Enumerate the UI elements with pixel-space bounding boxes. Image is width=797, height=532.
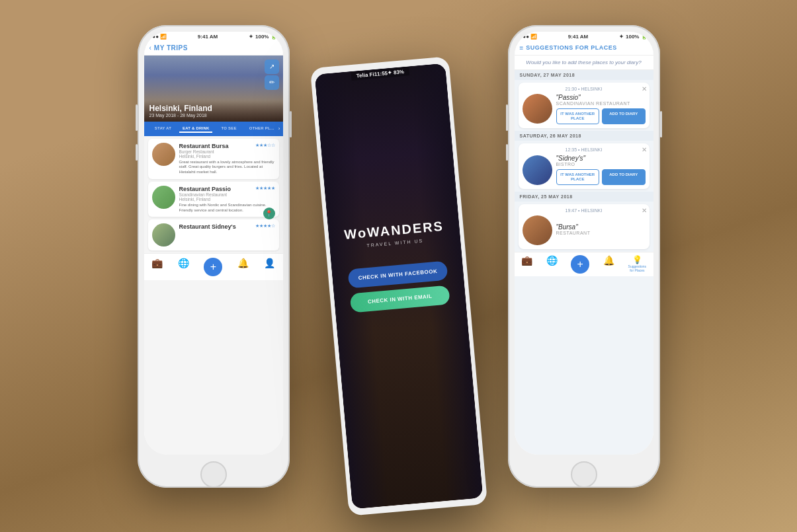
trip-dates: 23 May 2018 - 28 May 2018 bbox=[149, 113, 278, 118]
day-header-friday: FRIDAY, 25 MAY 2018 bbox=[515, 192, 653, 202]
sidneys-img-inner bbox=[523, 155, 552, 185]
back-button[interactable]: ‹ bbox=[149, 44, 151, 52]
carrier-text: Telia Fi bbox=[356, 71, 374, 79]
place-card-passio[interactable]: Restaurant Passio ★★★★★ Scandinavian Res… bbox=[148, 182, 279, 217]
bursa-time: 19:47 • HELSINKI bbox=[523, 208, 646, 213]
passio-content: "Passio" SCANDINAVIAN RESTAURANT IT WAS … bbox=[523, 94, 646, 124]
email-login-button[interactable]: CHECK IN WITH EMAIL bbox=[349, 285, 450, 313]
right-nav-suggestions[interactable]: 💡 Suggestionsfor Places bbox=[628, 255, 647, 274]
place-image bbox=[152, 143, 175, 166]
right-volume-2 bbox=[506, 144, 508, 161]
left-screen: ●●● 📶 9:41 AM ✦ 100% 🔋 ‹ MY TRIPS bbox=[144, 32, 283, 455]
add-icon[interactable]: + bbox=[571, 255, 589, 274]
place-image-3 bbox=[152, 223, 175, 247]
suggestions-icon: 💡 bbox=[632, 255, 642, 264]
bursa-image bbox=[523, 215, 552, 245]
phones-container: ●●● 📶 9:41 AM ✦ 100% 🔋 ‹ MY TRIPS bbox=[124, 9, 673, 524]
right-volume bbox=[506, 104, 508, 131]
right-battery-icon: 🔋 bbox=[641, 34, 648, 40]
gps-button[interactable]: 📍 bbox=[263, 208, 275, 219]
passio-img-inner bbox=[523, 94, 552, 124]
tab-other[interactable]: OTHER PL… bbox=[245, 125, 278, 133]
nav-add-button[interactable]: + bbox=[204, 258, 222, 276]
tab-stay-at[interactable]: STAY AT bbox=[147, 125, 180, 133]
left-phone: ●●● 📶 9:41 AM ✦ 100% 🔋 ‹ MY TRIPS bbox=[138, 25, 290, 488]
image-inner-3 bbox=[152, 223, 175, 247]
mid-screen-content: Telia Fi 11:55 ✦ 83% WoWANDERS bbox=[314, 63, 483, 509]
right-status-bar: ●●● 📶 9:41 AM ✦ 100% 🔋 bbox=[515, 32, 653, 41]
right-nav-briefcase[interactable]: 💼 bbox=[521, 255, 532, 274]
place-card-sidneys[interactable]: Restaurant Sidney's ★★★★☆ bbox=[148, 219, 279, 250]
sidneys-accept-btn[interactable]: ADD TO DIARY bbox=[602, 169, 646, 185]
close-sidneys[interactable]: ✕ bbox=[642, 146, 647, 153]
tabs-arrow[interactable]: › bbox=[278, 125, 280, 133]
facebook-login-button[interactable]: CHECK IN WITH FACEBOOK bbox=[347, 260, 448, 288]
logo-wanders: WANDERS bbox=[366, 218, 444, 239]
share-button[interactable]: ↗ bbox=[265, 59, 279, 74]
place-stars: ★★★☆☆ bbox=[255, 143, 275, 149]
left-screen-content: ●●● 📶 9:41 AM ✦ 100% 🔋 ‹ MY TRIPS bbox=[144, 32, 283, 455]
right-home-button[interactable] bbox=[571, 461, 597, 488]
close-passio[interactable]: ✕ bbox=[642, 85, 647, 93]
sidneys-content: "Sidney's" BISTRO IT WAS ANOTHER PLACE A… bbox=[523, 155, 646, 185]
place-location-2: Helsinki, Finland bbox=[179, 197, 275, 202]
suggestions-label: Suggestionsfor Places bbox=[628, 264, 647, 272]
nav-person[interactable]: 👤 bbox=[264, 258, 275, 276]
day-header-saturday: SATURDAY, 26 MAY 2018 bbox=[515, 131, 653, 141]
right-nav-add[interactable]: + bbox=[571, 255, 589, 274]
close-bursa[interactable]: ✕ bbox=[642, 207, 647, 214]
home-button[interactable] bbox=[200, 461, 227, 488]
status-icons: ✦ 83% bbox=[387, 69, 404, 76]
nav-globe[interactable]: 🌐 bbox=[178, 258, 189, 276]
passio-buttons: IT WAS ANOTHER PLACE ADD TO DIARY bbox=[556, 108, 646, 124]
passio-name: "Passio" bbox=[556, 94, 646, 101]
image-inner bbox=[152, 143, 175, 166]
battery-icon: 🔋 bbox=[271, 34, 277, 40]
nav-briefcase[interactable]: 💼 bbox=[151, 258, 163, 276]
day-section-saturday: SATURDAY, 26 MAY 2018 ✕ 12:35 • HELSINKI… bbox=[515, 131, 653, 189]
tab-eat-drink[interactable]: EAT & DRINK bbox=[179, 125, 212, 133]
right-phone: ●●● 📶 9:41 AM ✦ 100% 🔋 ≡ SUGGESTI bbox=[508, 25, 660, 488]
hero-space bbox=[382, 91, 393, 223]
sidneys-details: "Sidney's" BISTRO IT WAS ANOTHER PLACE A… bbox=[556, 155, 646, 185]
bursa-details: "Bursa" RESTAURANT bbox=[556, 223, 646, 238]
volume-button bbox=[136, 104, 138, 131]
edit-button[interactable]: ✏ bbox=[265, 75, 279, 90]
menu-icon[interactable]: ≡ bbox=[520, 44, 524, 52]
sidneys-type: BISTRO bbox=[556, 162, 646, 167]
passio-decline-btn[interactable]: IT WAS ANOTHER PLACE bbox=[556, 108, 600, 124]
wifi-icon: 📶 bbox=[160, 34, 167, 40]
place-type-2: Scandinavian Restaurant bbox=[179, 192, 275, 197]
suggestion-card-passio: ✕ 21:30 • HELSINKI "Passio" SCANDINAVIAN… bbox=[519, 83, 650, 128]
tab-to-see[interactable]: TO SEE bbox=[212, 125, 245, 133]
right-nav-bar: ≡ SUGGESTIONS FOR PLACES bbox=[515, 41, 653, 56]
volume-button-2 bbox=[136, 144, 138, 161]
right-status-right: ✦ 100% 🔋 bbox=[619, 34, 648, 40]
power-button bbox=[290, 111, 292, 137]
passio-accept-btn[interactable]: ADD TO DIARY bbox=[602, 108, 646, 124]
status-right: ✦ 100% 🔋 bbox=[249, 34, 277, 40]
sidneys-decline-btn[interactable]: IT WAS ANOTHER PLACE bbox=[556, 169, 600, 185]
right-power bbox=[660, 111, 662, 137]
bursa-type: RESTAURANT bbox=[556, 231, 646, 235]
nav-bell[interactable]: 🔔 bbox=[237, 258, 249, 276]
signal-icon: ●●● bbox=[149, 34, 159, 40]
place-info-3: Restaurant Sidney's ★★★★☆ bbox=[179, 223, 275, 230]
place-description: Great restaurant with a lovely atmospher… bbox=[179, 160, 275, 175]
right-wifi: 📶 bbox=[530, 34, 537, 40]
sidneys-buttons: IT WAS ANOTHER PLACE ADD TO DIARY bbox=[556, 169, 646, 185]
place-image-2 bbox=[152, 186, 175, 209]
place-info-2: Restaurant Passio ★★★★★ Scandinavian Res… bbox=[179, 186, 275, 213]
right-nav-globe[interactable]: 🌐 bbox=[546, 255, 558, 274]
place-card-bursa[interactable]: Restaurant Bursa ★★★☆☆ Burger Restaurant… bbox=[148, 139, 279, 179]
status-left: ●●● 📶 bbox=[149, 34, 167, 40]
mid-phone-wrapper: Telia Fi 11:55 ✦ 83% WoWANDERS bbox=[323, 35, 475, 511]
battery-mid: 83% bbox=[393, 69, 404, 75]
sidneys-name: "Sidney's" bbox=[556, 155, 646, 162]
bluetooth-icon: ✦ bbox=[249, 34, 253, 40]
bursa-img-inner bbox=[523, 215, 552, 245]
place-stars-2: ★★★★★ bbox=[255, 186, 275, 192]
nav-title: MY TRIPS bbox=[154, 44, 188, 52]
right-nav-bell[interactable]: 🔔 bbox=[603, 255, 614, 274]
place-name: Restaurant Bursa bbox=[179, 143, 229, 149]
